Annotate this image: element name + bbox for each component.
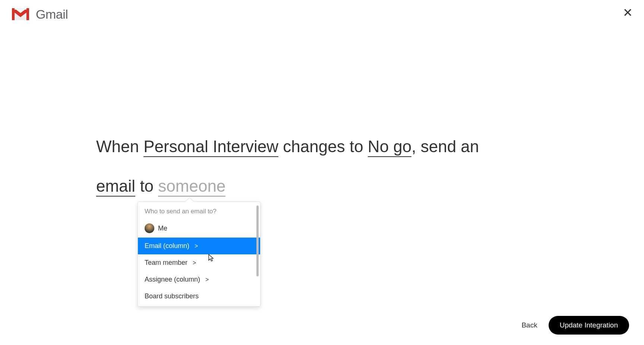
dropdown-item-label: Team member — [145, 259, 187, 267]
footer: Back Update Integration — [521, 316, 629, 335]
chevron-right-icon: > — [205, 276, 209, 283]
dropdown-title: Who to send an email to? — [138, 206, 260, 219]
status-selector[interactable]: No go — [368, 137, 411, 157]
update-integration-button[interactable]: Update Integration — [549, 316, 629, 335]
dropdown-item-label: Email (column) — [145, 242, 189, 250]
sentence-prefix-1: When — [96, 137, 143, 156]
recipient-selector[interactable]: someone — [158, 177, 225, 197]
dropdown-item-label: Assignee (column) — [145, 276, 200, 283]
sentence-middle-3: to — [135, 177, 158, 195]
dropdown-item-0[interactable]: Me — [138, 219, 260, 238]
gmail-icon — [10, 7, 31, 22]
dropdown-item-4[interactable]: Board subscribers — [138, 288, 260, 305]
sentence-middle-2: , send an — [411, 137, 479, 156]
dropdown-item-1[interactable]: Email (column)> — [138, 238, 260, 254]
app-name: Gmail — [36, 7, 68, 22]
chevron-right-icon: > — [193, 260, 196, 266]
dropdown-item-label: Me — [158, 225, 167, 232]
recipient-dropdown: Who to send an email to? MeEmail (column… — [138, 201, 261, 307]
column-selector[interactable]: Personal Interview — [143, 137, 278, 157]
avatar-icon — [145, 223, 154, 233]
header: Gmail — [0, 0, 644, 28]
chevron-right-icon: > — [195, 243, 198, 250]
sentence-middle-1: changes to — [278, 137, 368, 156]
dropdown-scrollbar[interactable] — [256, 206, 259, 276]
dropdown-item-2[interactable]: Team member> — [138, 254, 260, 271]
gmail-logo: Gmail — [10, 7, 68, 22]
dropdown-item-3[interactable]: Assignee (column)> — [138, 271, 260, 288]
automation-sentence: When Personal Interview changes to No go… — [96, 127, 506, 206]
action-selector[interactable]: email — [96, 177, 135, 197]
close-icon[interactable]: ✕ — [623, 7, 633, 19]
dropdown-item-label: Board subscribers — [145, 292, 199, 300]
back-button[interactable]: Back — [521, 321, 537, 329]
